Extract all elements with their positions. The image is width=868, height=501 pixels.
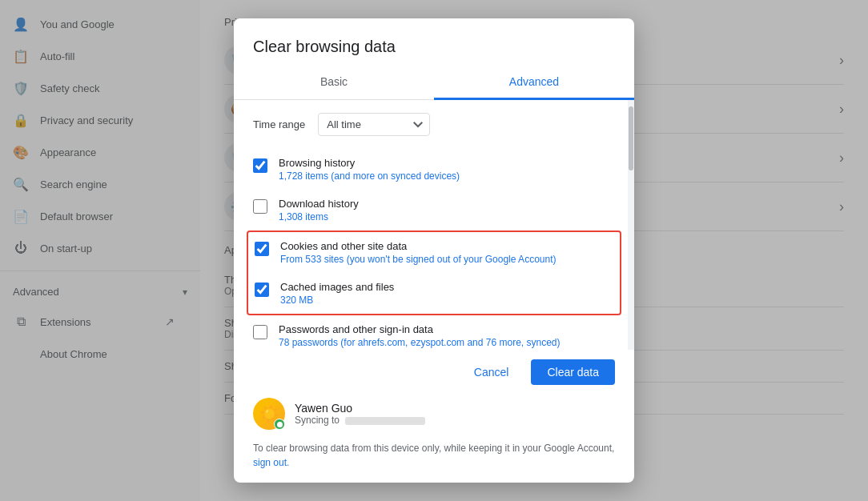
footer-note: To clear browsing data from this device … bbox=[253, 441, 615, 470]
cookies-checkbox[interactable] bbox=[255, 242, 269, 256]
browsing-history-checkbox-wrapper[interactable] bbox=[253, 158, 267, 173]
user-sync-bar bbox=[345, 417, 425, 425]
cached-checkbox-wrapper[interactable] bbox=[255, 283, 269, 297]
checkbox-cached: Cached images and files 320 MB bbox=[255, 273, 613, 314]
passwords-content: Passwords and other sign-in data 78 pass… bbox=[279, 323, 561, 348]
cached-content: Cached images and files 320 MB bbox=[280, 281, 394, 306]
download-history-title: Download history bbox=[279, 198, 359, 210]
cached-sub: 320 MB bbox=[280, 295, 394, 306]
time-range-select[interactable]: Last hourLast 24 hoursLast 7 daysLast 4 … bbox=[318, 113, 430, 136]
cookies-checkbox-wrapper[interactable] bbox=[255, 242, 269, 256]
scrollbar-track[interactable] bbox=[628, 100, 634, 350]
user-info: ☀️ Yawen Guo Syncing to bbox=[253, 398, 615, 430]
dialog-backdrop: Clear browsing data Basic Advanced Time … bbox=[0, 0, 868, 501]
download-history-content: Download history 1,308 items bbox=[279, 198, 359, 222]
time-range-label: Time range bbox=[253, 118, 305, 130]
user-sync-prefix: Syncing to bbox=[295, 415, 340, 426]
browsing-history-checkbox[interactable] bbox=[253, 158, 267, 173]
dialog-body: Time range Last hourLast 24 hoursLast 7 … bbox=[234, 100, 634, 350]
download-history-checkbox[interactable] bbox=[253, 199, 267, 214]
clear-browsing-data-dialog: Clear browsing data Basic Advanced Time … bbox=[234, 18, 634, 483]
user-text: Yawen Guo Syncing to bbox=[295, 402, 425, 426]
cookies-content: Cookies and other site data From 533 sit… bbox=[280, 240, 556, 265]
clear-data-button[interactable]: Clear data bbox=[531, 359, 615, 385]
tab-advanced[interactable]: Advanced bbox=[434, 66, 634, 100]
cookies-title: Cookies and other site data bbox=[280, 240, 556, 252]
cancel-button[interactable]: Cancel bbox=[458, 359, 525, 385]
tab-basic[interactable]: Basic bbox=[234, 66, 434, 100]
checkbox-cookies: Cookies and other site data From 533 sit… bbox=[255, 232, 613, 273]
sign-out-link[interactable]: sign out. bbox=[253, 457, 289, 468]
checkbox-passwords: Passwords and other sign-in data 78 pass… bbox=[253, 315, 615, 350]
passwords-checkbox-wrapper[interactable] bbox=[253, 325, 267, 339]
scrollbar-thumb[interactable] bbox=[629, 106, 633, 170]
browsing-history-content: Browsing history 1,728 items (and more o… bbox=[279, 157, 460, 182]
checkbox-download-history: Download history 1,308 items bbox=[253, 190, 615, 230]
dialog-buttons: Cancel Clear data bbox=[253, 359, 615, 385]
user-sync-badge bbox=[274, 419, 285, 430]
cookies-sub: From 533 sites (you won't be signed out … bbox=[280, 254, 556, 265]
dialog-footer: Cancel Clear data ☀️ Yawen Guo Syncing t… bbox=[234, 350, 634, 483]
passwords-sub: 78 passwords (for ahrefs.com, ezyspot.co… bbox=[279, 337, 561, 348]
download-history-checkbox-wrapper[interactable] bbox=[253, 199, 267, 214]
download-history-sub: 1,308 items bbox=[279, 211, 359, 222]
checkbox-browsing-history: Browsing history 1,728 items (and more o… bbox=[253, 149, 615, 190]
dialog-tabs: Basic Advanced bbox=[234, 66, 634, 100]
browsing-history-title: Browsing history bbox=[279, 157, 460, 169]
user-name: Yawen Guo bbox=[295, 402, 425, 415]
browsing-history-sub: 1,728 items (and more on synced devices) bbox=[279, 170, 460, 182]
highlighted-items-box: Cookies and other site data From 533 sit… bbox=[247, 230, 621, 315]
cached-title: Cached images and files bbox=[280, 281, 394, 293]
cached-checkbox[interactable] bbox=[255, 283, 269, 297]
dialog-title: Clear browsing data bbox=[234, 18, 634, 66]
time-range-row: Time range Last hourLast 24 hoursLast 7 … bbox=[253, 113, 615, 136]
user-avatar-wrap: ☀️ bbox=[253, 398, 285, 430]
user-sync: Syncing to bbox=[295, 415, 425, 426]
passwords-title: Passwords and other sign-in data bbox=[279, 323, 561, 335]
footer-note-text: To clear browsing data from this device … bbox=[253, 443, 614, 454]
passwords-checkbox[interactable] bbox=[253, 325, 267, 339]
